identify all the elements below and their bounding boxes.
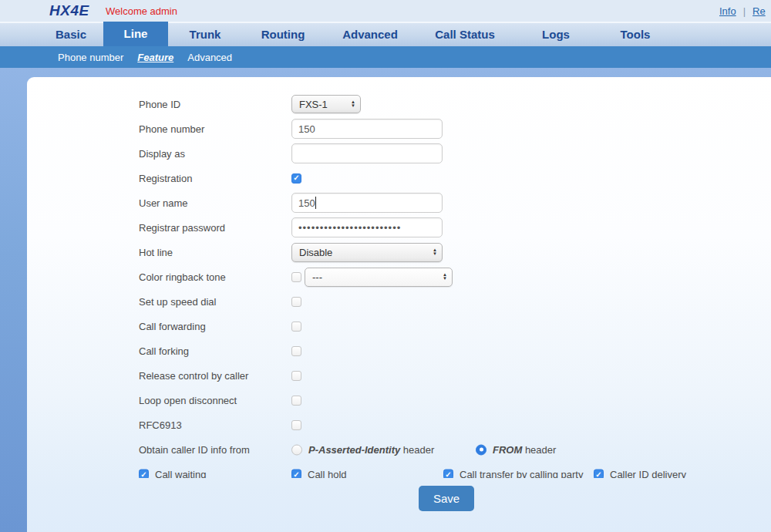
caller-id-delivery-option: Caller ID delivery [594, 469, 686, 479]
tab-advanced[interactable]: Advanced [324, 23, 416, 46]
reboot-link[interactable]: Re [752, 5, 766, 17]
form-row-caller-id-source: Obtain caller ID info from P-Asserted-Id… [27, 437, 771, 462]
tab-trunk[interactable]: Trunk [168, 23, 242, 46]
text-caret [315, 197, 316, 209]
call-hold-checkbox[interactable] [291, 470, 301, 479]
pai-header-radio[interactable] [291, 444, 302, 455]
from-header-radio-label: FROM header [493, 444, 556, 456]
pai-header-radio-label: P-Asserted-Identity header [308, 444, 434, 456]
tab-line[interactable]: Line [103, 22, 168, 46]
speed-dial-label: Set up speed dial [139, 296, 291, 308]
phone-id-label: Phone ID [139, 99, 291, 110]
phone-number-label: Phone number [139, 123, 291, 135]
call-forwarding-label: Call forwarding [139, 321, 291, 332]
registrar-password-label: Registrar password [139, 222, 291, 234]
subnav-phone-number[interactable]: Phone number [58, 52, 123, 63]
call-forwarding-checkbox[interactable] [291, 322, 301, 332]
subnav-advanced[interactable]: Advanced [187, 52, 232, 63]
subnav-feature[interactable]: Feature [137, 52, 173, 63]
tab-tools[interactable]: Tools [598, 23, 672, 46]
header-links: Info | Re [719, 5, 766, 17]
caller-id-source-label: Obtain caller ID info from [139, 444, 291, 456]
welcome-message: Welcome admin [106, 5, 177, 17]
tab-logs[interactable]: Logs [513, 23, 598, 46]
registrar-password-input[interactable] [291, 217, 443, 237]
form-row-rfc6913: RFC6913 [27, 412, 771, 437]
form-row-registrar-password: Registrar password [27, 215, 771, 240]
caller-id-option-from: FROM header [476, 444, 556, 456]
form-row-display-as: Display as [27, 141, 771, 166]
rfc6913-checkbox[interactable] [291, 420, 301, 430]
call-transfer-checkbox[interactable] [443, 470, 453, 479]
feature-form: Phone ID FXS-1 ▲▼ Phone number Display a… [27, 77, 771, 478]
main-navigation: Basic Line Trunk Routing Advanced Call S… [0, 22, 771, 46]
tab-routing[interactable]: Routing [242, 23, 324, 46]
speed-dial-checkbox[interactable] [291, 297, 301, 307]
call-hold-option: Call hold [291, 469, 347, 479]
phone-id-select[interactable]: FXS-1 ▲▼ [291, 95, 361, 113]
info-link[interactable]: Info [719, 5, 736, 17]
tab-basic[interactable]: Basic [39, 23, 103, 46]
form-row-speed-dial: Set up speed dial [27, 289, 771, 314]
phone-number-input[interactable] [291, 119, 443, 139]
from-header-radio[interactable] [476, 444, 487, 455]
color-ringback-checkbox[interactable] [291, 272, 301, 282]
color-ringback-select[interactable]: --- ▲▼ [305, 268, 453, 287]
link-divider: | [743, 5, 746, 17]
call-waiting-label: Call waiting [155, 469, 206, 479]
loop-open-label: Loop open disconnect [139, 395, 291, 406]
content-panel: Phone ID FXS-1 ▲▼ Phone number Display a… [27, 77, 771, 532]
rfc6913-label: RFC6913 [139, 419, 291, 431]
phone-id-selected-value: FXS-1 [299, 99, 328, 110]
loop-open-checkbox[interactable] [291, 396, 301, 406]
form-row-loop-open: Loop open disconnect [27, 388, 771, 412]
call-waiting-option: Call waiting [139, 469, 206, 479]
form-row-phone-number: Phone number [27, 116, 771, 141]
call-forking-checkbox[interactable] [291, 346, 301, 356]
page-background: Phone ID FXS-1 ▲▼ Phone number Display a… [0, 68, 771, 532]
form-row-registration: Registration [27, 166, 771, 190]
call-forking-label: Call forking [139, 345, 291, 357]
select-stepper-icon: ▲▼ [433, 248, 437, 256]
release-control-checkbox[interactable] [291, 371, 301, 381]
user-name-label: User name [139, 197, 291, 209]
form-row-call-forking: Call forking [27, 338, 771, 363]
hot-line-label: Hot line [139, 247, 291, 258]
top-header: HX4E Welcome admin Info | Re [0, 0, 771, 22]
caller-id-option-pai: P-Asserted-Identity header [291, 444, 434, 456]
release-control-label: Release control by caller [139, 370, 291, 382]
call-waiting-checkbox[interactable] [139, 470, 149, 479]
caller-id-delivery-label: Caller ID delivery [610, 469, 686, 479]
form-row-release-control: Release control by caller [27, 363, 771, 388]
form-row-phone-id: Phone ID FXS-1 ▲▼ [27, 92, 771, 116]
display-as-label: Display as [139, 148, 291, 160]
form-row-hot-line: Hot line Disable ▲▼ [27, 240, 771, 264]
display-as-input[interactable] [291, 143, 443, 163]
brand-logo: HX4E [49, 2, 89, 19]
form-row-call-features: Call waiting Call hold Call transfer by … [27, 462, 771, 478]
form-row-color-ringback: Color ringback tone --- ▲▼ [27, 264, 771, 289]
color-ringback-label: Color ringback tone [139, 271, 291, 283]
hot-line-selected-value: Disable [299, 247, 332, 258]
hot-line-select[interactable]: Disable ▲▼ [291, 243, 443, 262]
select-stepper-icon: ▲▼ [443, 273, 447, 281]
form-row-call-forwarding: Call forwarding [27, 314, 771, 338]
save-button[interactable]: Save [419, 486, 474, 511]
call-transfer-label: Call transfer by calling party [460, 469, 583, 479]
caller-id-delivery-checkbox[interactable] [594, 470, 604, 479]
registration-label: Registration [139, 173, 291, 184]
user-name-input[interactable] [291, 193, 443, 213]
form-row-user-name: User name [27, 190, 771, 215]
call-hold-label: Call hold [308, 469, 347, 479]
call-transfer-option: Call transfer by calling party [443, 469, 583, 479]
select-stepper-icon: ▲▼ [351, 100, 355, 108]
sub-navigation: Phone number Feature Advanced [0, 46, 771, 68]
registration-checkbox[interactable] [291, 173, 301, 184]
tab-call-status[interactable]: Call Status [416, 23, 513, 46]
color-ringback-selected-value: --- [312, 271, 322, 283]
